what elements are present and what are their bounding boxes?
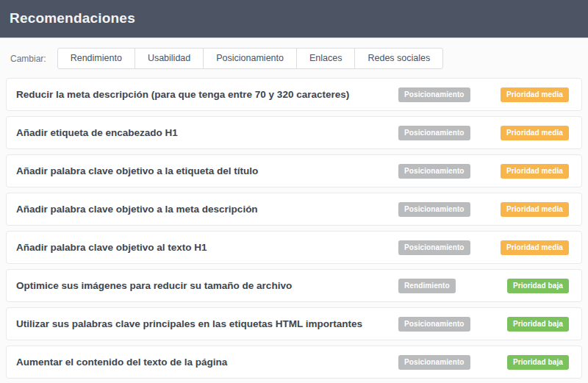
category-badge: Posicionamiento [398,317,470,332]
priority-badge: Prioridad media [501,126,569,140]
priority-badge: Prioridad baja [507,317,569,332]
recommendation-title: Añadir etiqueta de encabezado H1 [16,127,398,138]
filter-button-enlaces[interactable]: Enlaces [296,48,355,69]
recommendation-row[interactable]: Reducir la meta descripción (para que te… [6,78,582,111]
recommendation-row[interactable]: Optimice sus imágenes para reducir su ta… [6,269,582,302]
recommendation-row[interactable]: Aumentar el contenido del texto de la pá… [6,346,582,379]
category-badge: Posicionamiento [398,202,470,217]
priority-badge: Prioridad media [501,87,569,102]
recommendation-row[interactable]: Añadir palabra clave objetivo a la meta … [6,193,582,226]
priority-badge: Prioridad media [501,202,569,217]
recommendation-title: Añadir palabra clave objetivo a la meta … [16,204,398,215]
page-header: Recomendaciones [0,0,588,38]
recommendation-list: Reducir la meta descripción (para que te… [0,77,588,379]
recommendation-title: Optimice sus imágenes para reducir su ta… [16,280,398,291]
filter-button-redes-sociales[interactable]: Redes sociales [354,48,443,69]
filter-button-posicionamiento[interactable]: Posicionamiento [203,48,297,69]
filter-button-rendimiento[interactable]: Rendimiento [57,48,135,69]
recommendation-title: Añadir palabra clave objetivo a la etiqu… [16,165,398,176]
recommendation-row[interactable]: Añadir etiqueta de encabezado H1 Posicio… [6,116,582,149]
recommendation-title: Utilizar sus palabras clave principales … [16,318,398,329]
recommendation-title: Reducir la meta descripción (para que te… [16,89,398,100]
category-badge: Rendimiento [398,279,456,293]
category-badge: Posicionamiento [398,126,470,140]
filter-button-usabilidad[interactable]: Usabilidad [135,48,204,69]
filter-bar: Cambiar: Rendimiento Usabilidad Posicion… [0,38,588,77]
priority-badge: Prioridad baja [507,355,569,370]
category-badge: Posicionamiento [398,87,470,102]
priority-badge: Prioridad baja [507,279,569,293]
category-badge: Posicionamiento [398,355,470,370]
filter-label: Cambiar: [10,54,46,64]
page-title: Recomendaciones [10,10,135,26]
filter-button-group: Rendimiento Usabilidad Posicionamiento E… [57,48,444,69]
priority-badge: Prioridad media [501,164,569,179]
category-badge: Posicionamiento [398,240,470,255]
recommendation-row[interactable]: Añadir palabra clave objetivo al texto H… [6,231,582,264]
priority-badge: Prioridad media [501,240,569,255]
recommendation-row[interactable]: Añadir palabra clave objetivo a la etiqu… [6,154,582,187]
recommendation-title: Aumentar el contenido del texto de la pá… [16,357,398,368]
recommendation-row[interactable]: Utilizar sus palabras clave principales … [6,307,582,340]
category-badge: Posicionamiento [398,164,470,179]
recommendation-title: Añadir palabra clave objetivo al texto H… [16,242,398,253]
